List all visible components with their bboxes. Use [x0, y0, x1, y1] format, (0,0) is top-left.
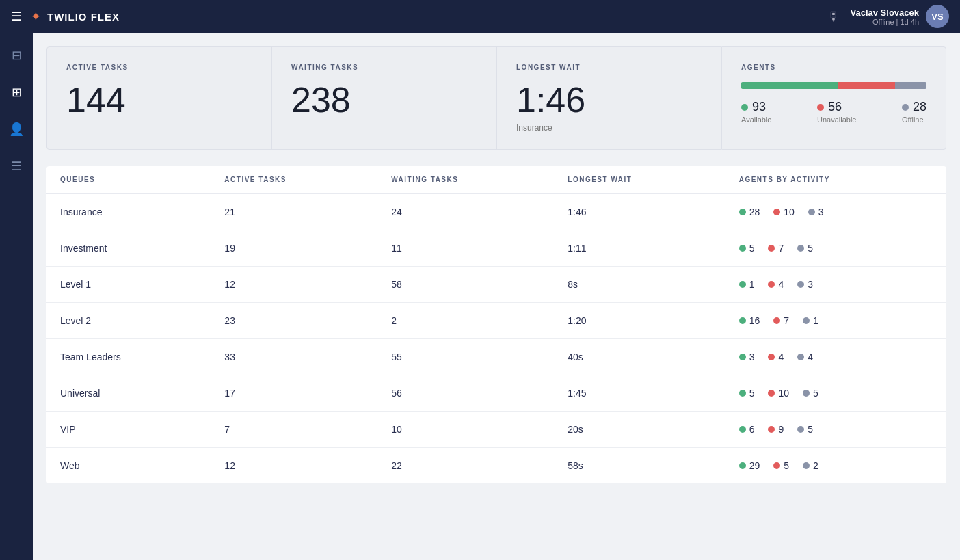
- table-row: Investment 19 11 1:11 5 7 5: [46, 230, 946, 267]
- offline-dot: [902, 104, 909, 111]
- queue-agents: 1 4 3: [725, 267, 946, 303]
- unavailable-dot: [768, 390, 775, 397]
- queue-active: 33: [211, 339, 377, 375]
- longest-wait-sub: Insurance: [516, 123, 702, 133]
- active-tasks-card: ACTIVE TASKS 144: [46, 46, 271, 150]
- unavailable-dot: [768, 426, 775, 433]
- available-dot: [739, 354, 746, 360]
- queue-active: 7: [211, 412, 377, 448]
- queue-name: Team Leaders: [46, 339, 211, 375]
- unavailable-num: 10: [784, 206, 795, 217]
- unavailable-num: 7: [778, 243, 784, 254]
- queue-longest: 1:45: [554, 375, 725, 412]
- available-dot: [739, 245, 746, 252]
- sidebar-icon-list[interactable]: ☰: [7, 155, 26, 178]
- longest-wait-value: 1:46: [516, 82, 702, 118]
- user-profile[interactable]: Vaclav Slovacek Offline | 1d 4h VS: [851, 5, 949, 28]
- offline-num: 3: [808, 279, 813, 290]
- waiting-tasks-card: WAITING TASKS 238: [271, 46, 496, 150]
- waiting-tasks-label: WAITING TASKS: [291, 64, 477, 71]
- unavailable-dot: [768, 354, 775, 360]
- agent-offline-group: 1: [803, 315, 818, 326]
- offline-dot: [808, 209, 815, 215]
- available-count: 93: [752, 100, 766, 114]
- user-status: Offline | 1d 4h: [851, 18, 919, 26]
- available-dot: [741, 104, 748, 111]
- microphone-icon[interactable]: 🎙: [827, 10, 840, 24]
- agents-label: AGENTS: [741, 64, 926, 71]
- available-num: 29: [749, 460, 760, 471]
- agent-offline-group: 2: [803, 460, 818, 471]
- queue-active: 12: [211, 448, 377, 484]
- queue-name: Insurance: [46, 194, 211, 230]
- queue-agents: 5 10 5: [725, 375, 946, 412]
- agent-available-group: 3: [739, 351, 755, 362]
- agent-available-group: 6: [739, 424, 755, 435]
- sidebar: ⊟ ⊞ 👤 ☰: [0, 33, 33, 560]
- col-queues: QUEUES: [46, 166, 211, 194]
- unavailable-num: 9: [778, 424, 784, 435]
- sidebar-icon-database[interactable]: ⊟: [8, 44, 26, 67]
- agent-available-group: 29: [739, 460, 760, 471]
- table-row: Insurance 21 24 1:46 28 10 3: [46, 194, 946, 230]
- unavailable-dot: [773, 317, 780, 324]
- active-tasks-label: ACTIVE TASKS: [66, 64, 252, 71]
- unavailable-dot: [817, 104, 824, 111]
- offline-num: 5: [808, 243, 813, 254]
- queue-name: VIP: [46, 412, 211, 448]
- queue-waiting: 22: [377, 448, 554, 484]
- unavailable-num: 5: [784, 460, 789, 471]
- queue-active: 23: [211, 303, 377, 339]
- table-row: Team Leaders 33 55 40s 3 4 4: [46, 339, 946, 375]
- offline-num: 2: [813, 460, 818, 471]
- agent-available-group: 5: [739, 243, 755, 254]
- user-text: Vaclav Slovacek Offline | 1d 4h: [851, 8, 919, 26]
- offline-num: 5: [813, 388, 818, 399]
- queue-agents: 29 5 2: [725, 448, 946, 484]
- agents-bar: [741, 82, 926, 89]
- offline-dot: [803, 317, 810, 324]
- queue-name: Universal: [46, 375, 211, 412]
- col-waiting: WAITING TASKS: [377, 166, 554, 194]
- agents-card: AGENTS 93 Available: [721, 46, 946, 150]
- agent-available-group: 28: [739, 206, 760, 217]
- queue-name: Level 1: [46, 267, 211, 303]
- available-dot: [739, 462, 746, 469]
- col-longest: LONGEST WAIT: [554, 166, 725, 194]
- sidebar-icon-user[interactable]: 👤: [5, 118, 28, 141]
- longest-wait-card: LONGEST WAIT 1:46 Insurance: [496, 46, 721, 150]
- offline-num: 5: [808, 424, 813, 435]
- table-row: Level 2 23 2 1:20 16 7 1: [46, 303, 946, 339]
- unavailable-dot: [773, 462, 780, 469]
- agent-unavailable-group: 10: [773, 206, 795, 217]
- queue-agents: 3 4 4: [725, 339, 946, 375]
- agent-offline-group: 4: [797, 351, 813, 362]
- menu-icon[interactable]: ☰: [11, 9, 22, 24]
- unavailable-num: 4: [778, 279, 784, 290]
- col-agents: AGENTS BY ACTIVITY: [725, 166, 946, 194]
- table-row: Universal 17 56 1:45 5 10 5: [46, 375, 946, 412]
- stat-cards: ACTIVE TASKS 144 WAITING TASKS 238 LONGE…: [46, 46, 946, 150]
- avatar: VS: [926, 5, 949, 28]
- queue-name: Investment: [46, 230, 211, 267]
- sidebar-icon-layers[interactable]: ⊞: [8, 81, 26, 104]
- queue-waiting: 10: [377, 412, 554, 448]
- available-stat: 93 Available: [741, 100, 771, 124]
- unavailable-label: Unavailable: [817, 116, 856, 124]
- available-dot: [739, 317, 746, 324]
- agent-offline-group: 3: [808, 206, 824, 217]
- agent-unavailable-group: 10: [768, 388, 789, 399]
- available-num: 16: [749, 315, 760, 326]
- main-layout: ⊟ ⊞ 👤 ☰ ACTIVE TASKS 144 WAITING TASKS 2…: [0, 33, 960, 560]
- agent-offline-group: 5: [797, 424, 813, 435]
- offline-dot: [797, 281, 804, 288]
- offline-num: 4: [808, 351, 813, 362]
- queue-name: Level 2: [46, 303, 211, 339]
- unavailable-num: 10: [778, 388, 789, 399]
- queue-longest: 1:20: [554, 303, 725, 339]
- available-dot: [739, 426, 746, 433]
- agent-unavailable-group: 7: [768, 243, 784, 254]
- agent-unavailable-group: 4: [768, 351, 784, 362]
- queue-active: 21: [211, 194, 377, 230]
- available-num: 5: [749, 388, 755, 399]
